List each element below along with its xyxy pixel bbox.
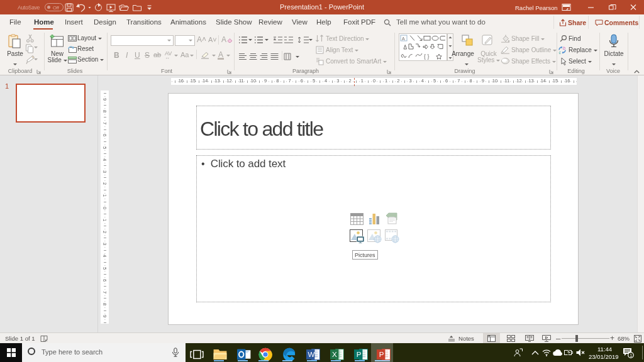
svg-text:{ }: { } [424,53,430,60]
svg-text:P: P [357,350,362,358]
svg-text:W: W [308,350,314,358]
svg-text:A: A [402,36,405,41]
svg-text:X: X [332,350,337,358]
svg-text:c: c [559,50,562,55]
svg-text:P: P [379,350,384,358]
svg-text:b: b [563,46,565,50]
svg-text:1: 1 [630,353,633,358]
